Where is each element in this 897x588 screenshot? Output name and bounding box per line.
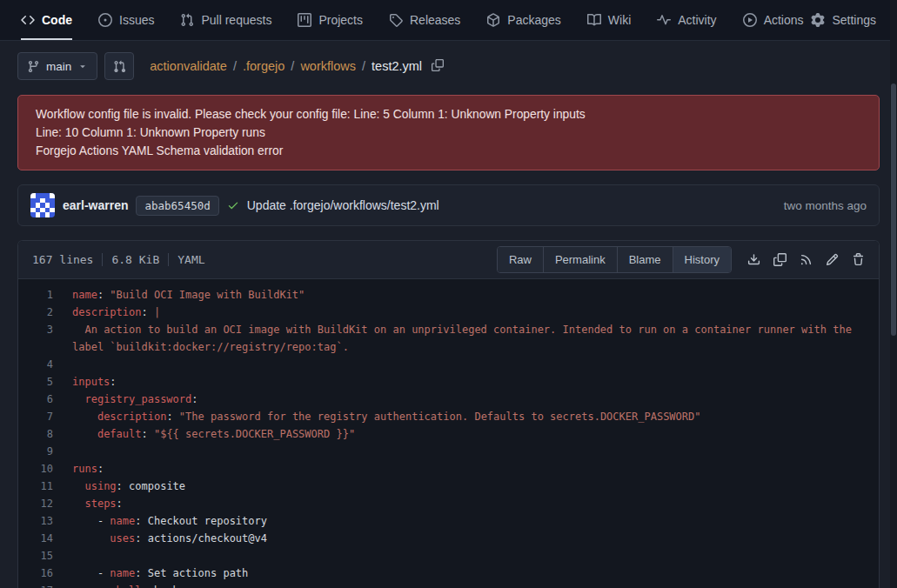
code-line: 16 - name: Set actions path [18,565,879,582]
line-content: inputs: [72,373,879,391]
code-line: 14 uses: actions/checkout@v4 [18,530,879,547]
blame-button[interactable]: Blame [617,247,673,272]
compare-button[interactable] [104,52,134,80]
chevron-down-icon [77,61,88,71]
divider [102,253,103,266]
commit-message[interactable]: Update .forgejo/workflows/test2.yml [247,198,439,212]
repo-file-page: CodeIssuesPull requestsProjectsReleasesP… [0,0,897,588]
package-icon [486,13,500,27]
branch-selector[interactable]: main [17,52,97,80]
breadcrumb-segment--forgejo[interactable]: .forgejo [243,59,284,73]
avatar[interactable] [30,193,55,217]
tag-icon [389,13,403,27]
code-line: 11 using: composite [18,478,879,495]
line-number[interactable]: 2 [18,304,72,321]
line-content: description: "The password for the regis… [72,408,879,425]
nav-item-settings[interactable]: Settings [811,11,876,29]
line-number[interactable]: 3 [18,321,72,356]
file-line-count: 167 lines [32,253,93,266]
permalink-button[interactable]: Permalink [543,247,617,272]
breadcrumb-segment-workflows[interactable]: workflows [300,59,356,73]
line-number[interactable]: 13 [18,512,72,530]
issue-icon [98,13,112,27]
copy-icon[interactable] [773,253,787,266]
branch-icon [27,60,40,73]
line-content: default: "${{ secrets.DOCKER_PASSWORD }}… [72,425,879,443]
breadcrumb-separator: / [233,59,237,73]
commit-author[interactable]: earl-warren [63,198,128,212]
nav-item-activity[interactable]: Activity [657,0,716,40]
line-number[interactable]: 8 [18,425,72,443]
nav-item-label: Actions [764,13,804,27]
file-icon-actions [747,253,865,266]
file-view: 167 lines 6.8 KiB YAML RawPermalinkBlame… [17,240,880,588]
file-language: YAML [177,253,204,266]
raw-button[interactable]: Raw [498,247,543,272]
code-line: 17 shell: bash [18,582,879,588]
breadcrumb-segment-test2-yml: test2.yml [372,59,422,73]
code-line: 3 An action to build an OCI image with B… [18,321,879,356]
line-number[interactable]: 5 [18,373,72,391]
commit-time: two months ago [784,199,867,212]
nav-item-label: Packages [507,13,560,27]
copy-path-button[interactable] [432,59,444,74]
line-number[interactable]: 7 [18,408,72,425]
commit-status-success-icon[interactable] [227,199,239,211]
nav-item-releases[interactable]: Releases [389,0,460,40]
line-content: steps: [72,495,879,512]
repo-tab-bar: CodeIssuesPull requestsProjectsReleasesP… [0,0,897,41]
branch-name: main [46,60,71,73]
nav-item-issues[interactable]: Issues [98,0,154,40]
code-line: 1name: "Build OCI Image with BuildKit" [18,286,879,304]
nav-item-projects[interactable]: Projects [298,0,363,40]
code-view: 1name: "Build OCI Image with BuildKit"2d… [18,279,879,588]
error-banner: Workflow config file is invalid. Please … [17,95,880,170]
code-line: 12 steps: [18,495,879,512]
book-icon [587,13,601,27]
line-number[interactable]: 4 [18,356,72,373]
breadcrumb-segment-actionvalidate[interactable]: actionvalidate [150,59,227,73]
scrollbar-thumb[interactable] [891,84,896,336]
line-content [72,443,879,460]
code-icon [21,13,35,27]
pull-request-icon [180,13,194,27]
line-number[interactable]: 11 [18,478,72,495]
line-content: - name: Checkout repository [72,512,879,530]
line-number[interactable]: 16 [18,565,72,582]
projects-icon [298,13,311,27]
code-line: 7 description: "The password for the reg… [18,408,879,425]
nav-item-label: Pull requests [201,13,271,27]
line-number[interactable]: 14 [18,530,72,547]
repo-tabs-right: Settings [811,0,876,40]
line-number[interactable]: 9 [18,443,72,460]
history-button[interactable]: History [673,247,731,272]
download-icon[interactable] [747,253,760,266]
branch-and-path-bar: main actionvalidate/.forgejo/workflows/t… [0,41,897,90]
line-number[interactable]: 17 [18,582,72,588]
rss-icon[interactable] [800,253,813,266]
line-number[interactable]: 1 [18,286,72,304]
code-line: 9 [18,443,879,460]
nav-item-code[interactable]: Code [21,0,72,40]
error-message-line: Line: 10 Column 1: Unknown Property runs [36,124,861,142]
line-number[interactable]: 6 [18,391,72,408]
nav-item-wiki[interactable]: Wiki [587,0,631,40]
repo-tabs-left: CodeIssuesPull requestsProjectsReleasesP… [21,0,804,40]
code-line: 2description: | [18,304,879,321]
nav-item-actions[interactable]: Actions [743,0,804,40]
line-content: using: composite [72,478,879,495]
nav-item-pull-requests[interactable]: Pull requests [180,0,271,40]
nav-item-label: Releases [410,13,460,27]
edit-icon[interactable] [826,253,839,266]
delete-icon[interactable] [852,253,865,266]
line-number[interactable]: 15 [18,547,72,565]
line-number[interactable]: 12 [18,495,72,512]
line-content: shell: bash [72,582,879,588]
nav-item-packages[interactable]: Packages [486,0,560,40]
nav-item-label: Wiki [608,13,631,27]
line-number[interactable]: 10 [18,460,72,478]
code-line: 13 - name: Checkout repository [18,512,879,530]
line-content [72,356,879,373]
commit-sha-badge[interactable]: abab65450d [136,196,218,216]
page-scrollbar[interactable] [890,0,897,588]
